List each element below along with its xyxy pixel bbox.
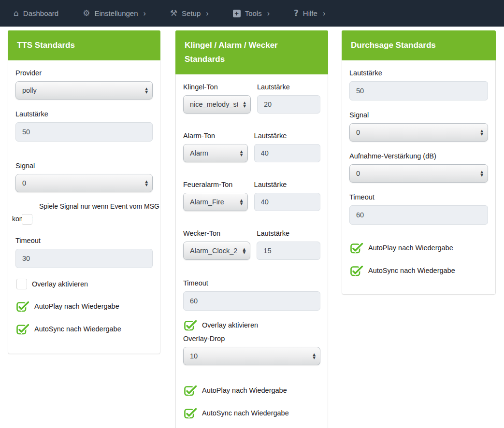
timeout-label: Timeout [183,279,320,287]
home-icon: ⌂ [14,9,19,17]
nav-item-hilfe[interactable]: ? Hilfe › [294,9,325,18]
autosync-checkbox-checked[interactable] [16,323,29,335]
autoplay-checkbox-row: AutoPlay nach Wiedergabe [16,300,153,312]
card-title-tts: TTS Standards [8,30,160,60]
aufnahme-verstaerkung-value: 0 [356,170,360,177]
overlay-checkbox-row: Overlay aktivieren [16,279,153,289]
select-updown-icon: ▲▼ [145,87,148,94]
provider-select[interactable]: polly ▲▼ [15,81,153,100]
card-title-klingel: Klingel / Alarm / Wecker Standards [175,30,328,74]
klingel-ton-row: Klingel-Ton nice_melody_st ▲▼ Lautstärke [183,83,320,114]
select-updown-icon: ▲▼ [243,101,246,108]
nav-label-tools: Tools [245,9,262,17]
overlay-drop-select[interactable]: 10 ▲▼ [183,347,320,365]
aufnahme-verstaerkung-select[interactable]: 0 ▲▼ [349,164,488,183]
wecker-ton-select[interactable]: Alarm_Clock_2 ▲▼ [183,242,250,260]
alarm-ton-value: Alarm [190,149,208,157]
card-klingel-alarm-wecker-standards: Klingel / Alarm / Wecker Standards Kling… [175,30,328,428]
question-icon: ? [294,9,299,17]
feueralarm-lautstaerke-input[interactable] [254,193,320,211]
top-navbar: ⌂ Dashboard ⚙ Einstellungen › ⚒ Setup › … [0,0,504,27]
nav-label-dashboard: Dashboard [23,9,58,17]
overlay-drop-value: 10 [190,352,198,360]
card-tts-standards: TTS Standards Provider polly ▲▼ Lautstär… [8,30,160,354]
provider-label: Provider [15,69,153,77]
autoplay-checkbox-label: AutoPlay nach Wiedergabe [368,244,453,252]
spacer [183,260,320,279]
autosync-checkbox-checked[interactable] [184,407,197,419]
alarm-lautstaerke-label: Lautstärke [254,132,320,140]
autoplay-checkbox-row: AutoPlay nach Wiedergabe [184,385,320,396]
overlay-checkbox-row: Overlay aktivieren [184,319,320,331]
autoplay-checkbox-checked[interactable] [184,385,197,396]
klingel-ton-label: Klingel-Ton [183,83,251,91]
nav-item-tools[interactable]: + Tools › [233,9,270,18]
autoplay-checkbox-label: AutoPlay nach Wiedergabe [202,386,287,394]
alarm-ton-row: Alarm-Ton Alarm ▲▼ Lautstärke [183,132,320,162]
lautstaerke-label: Lautstärke [349,69,488,77]
signal-select-value: 0 [356,128,360,136]
wecker-lautstaerke-label: Lautstärke [257,229,320,237]
select-updown-icon: ▲▼ [240,199,243,205]
card-title-durchsage: Durchsage Standards [342,30,496,60]
overlay-checkbox-label: Overlay aktivieren [202,321,258,329]
select-updown-icon: ▲▼ [243,247,246,254]
alarm-ton-select[interactable]: Alarm ▲▼ [183,144,248,162]
signal-select[interactable]: 0 ▲▼ [349,123,488,142]
feueralarm-ton-select[interactable]: Alarm_Fire ▲▼ [183,193,248,211]
autosync-checkbox-checked[interactable] [350,265,363,276]
nav-label-hilfe: Hilfe [303,9,317,17]
nav-item-dashboard[interactable]: ⌂ Dashboard [14,9,58,17]
nav-item-setup[interactable]: ⚒ Setup › [170,9,209,18]
klingel-ton-value: nice_melody_st [190,100,238,108]
select-updown-icon: ▲▼ [480,129,483,136]
timeout-input[interactable] [183,291,320,311]
lautstaerke-input[interactable] [15,122,153,142]
overlay-checkbox[interactable] [16,279,27,289]
nav-label-einstellungen: Einstellungen [94,9,138,17]
autoplay-checkbox-checked[interactable] [16,300,29,312]
lautstaerke-label: Lautstärke [15,110,153,118]
select-updown-icon: ▲▼ [145,180,148,186]
lautstaerke-input[interactable] [349,81,488,100]
autosync-checkbox-label: AutoSync nach Wiedergabe [368,267,455,274]
card-durchsage-standards: Durchsage Standards Lautstärke Signal 0 … [342,30,496,295]
timeout-label: Timeout [15,237,153,244]
autoplay-checkbox-checked[interactable] [350,242,363,254]
nav-item-einstellungen[interactable]: ⚙ Einstellungen › [83,9,146,18]
spacer [15,152,153,162]
signal-label: Signal [349,111,488,119]
timeout-input[interactable] [15,249,153,268]
autosync-checkbox-row: AutoSync nach Wiedergabe [16,323,153,335]
feueralarm-ton-label: Feueralarm-Ton [183,181,248,188]
timeout-input[interactable] [349,205,488,225]
autosync-checkbox-row: AutoSync nach Wiedergabe [350,265,488,276]
nav-label-setup: Setup [182,9,201,17]
autoplay-checkbox-row: AutoPlay nach Wiedergabe [350,242,488,254]
select-updown-icon: ▲▼ [313,353,316,359]
spacer [183,365,320,385]
klingel-lautstaerke-input[interactable] [257,95,320,114]
chevron-right-icon: › [267,9,270,18]
signal-msg-checkbox[interactable] [22,214,32,225]
alarm-lautstaerke-input[interactable] [254,144,320,162]
signal-msg-checkbox-label: Spiele Signal nur wenn Event vom MSG kom… [12,202,159,223]
chevron-right-icon: › [323,9,325,18]
provider-select-value: polly [22,86,37,94]
autoplay-checkbox-label: AutoPlay nach Wiedergabe [34,302,119,310]
select-updown-icon: ▲▼ [480,170,483,177]
overlay-drop-label: Overlay-Drop [183,335,320,342]
klingel-lautstaerke-label: Lautstärke [257,83,320,91]
autosync-checkbox-label: AutoSync nach Wiedergabe [202,409,289,417]
overlay-checkbox-checked[interactable] [184,319,197,331]
signal-select-value: 0 [22,179,26,187]
wecker-lautstaerke-input[interactable] [257,242,320,260]
signal-msg-checkbox-row: Spiele Signal nur wenn Event vom MSG kom… [12,200,163,225]
signal-label: Signal [15,162,153,170]
signal-select[interactable]: 0 ▲▼ [15,174,153,192]
klingel-ton-select[interactable]: nice_melody_st ▲▼ [183,95,251,114]
crossed-tools-icon: ⚒ [170,9,177,17]
feueralarm-ton-row: Feueralarm-Ton Alarm_Fire ▲▼ Lautstärke [183,181,320,211]
gear-icon: ⚙ [83,9,90,17]
autosync-checkbox-label: AutoSync nach Wiedergabe [34,325,121,333]
